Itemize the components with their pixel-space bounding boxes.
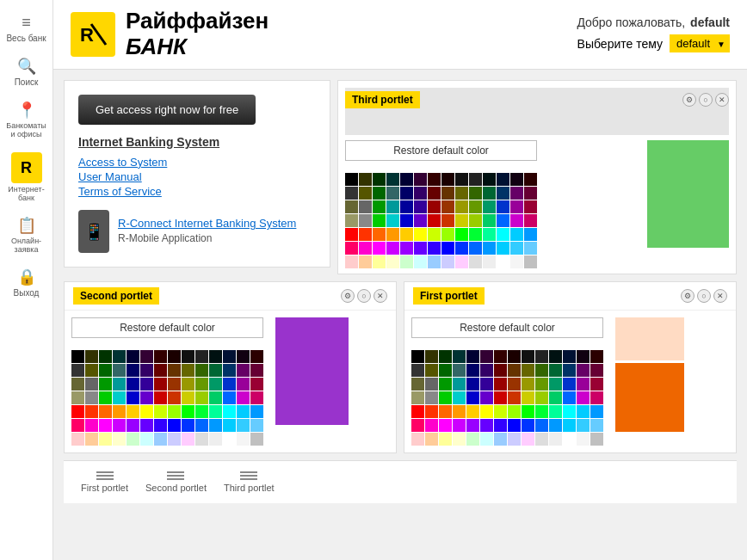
color-swatch[interactable] <box>483 214 496 227</box>
color-swatch[interactable] <box>453 364 466 377</box>
color-swatch[interactable] <box>127 419 139 432</box>
user-manual-link[interactable]: User Manual <box>78 170 316 183</box>
color-swatch[interactable] <box>113 391 126 404</box>
color-swatch[interactable] <box>237 378 250 391</box>
footer-first-portlet[interactable]: First portlet <box>81 471 128 493</box>
color-swatch[interactable] <box>535 405 548 418</box>
color-swatch[interactable] <box>414 228 427 241</box>
color-swatch[interactable] <box>154 433 167 446</box>
color-swatch[interactable] <box>428 187 441 200</box>
color-swatch[interactable] <box>345 228 358 241</box>
color-swatch[interactable] <box>359 187 372 200</box>
color-swatch[interactable] <box>182 405 194 418</box>
color-swatch[interactable] <box>508 391 521 404</box>
color-swatch[interactable] <box>455 200 468 213</box>
color-swatch[interactable] <box>400 242 413 255</box>
color-swatch[interactable] <box>182 364 194 377</box>
color-swatch[interactable] <box>85 350 98 363</box>
color-swatch[interactable] <box>469 242 482 255</box>
color-swatch[interactable] <box>563 364 576 377</box>
color-swatch[interactable] <box>497 187 509 200</box>
color-swatch[interactable] <box>195 350 208 363</box>
first-color-preview-bottom[interactable] <box>615 363 684 432</box>
color-swatch[interactable] <box>345 242 358 255</box>
theme-select-wrapper[interactable]: default dark light custom <box>670 34 730 52</box>
color-swatch[interactable] <box>508 419 521 432</box>
color-swatch[interactable] <box>113 419 126 432</box>
color-swatch[interactable] <box>400 200 413 213</box>
color-swatch[interactable] <box>590 433 603 446</box>
color-swatch[interactable] <box>127 405 139 418</box>
color-swatch[interactable] <box>480 419 493 432</box>
third-color-preview[interactable] <box>647 140 729 248</box>
color-swatch[interactable] <box>411 433 424 446</box>
color-swatch[interactable] <box>535 364 548 377</box>
color-swatch[interactable] <box>373 187 386 200</box>
color-swatch[interactable] <box>99 391 112 404</box>
color-swatch[interactable] <box>535 350 548 363</box>
color-swatch[interactable] <box>425 378 438 391</box>
color-swatch[interactable] <box>439 419 452 432</box>
color-swatch[interactable] <box>510 200 523 213</box>
color-swatch[interactable] <box>140 405 153 418</box>
color-swatch[interactable] <box>455 173 468 186</box>
sidebar-item-all-bank[interactable]: ≡ Весь банк <box>0 7 52 50</box>
color-swatch[interactable] <box>480 378 493 391</box>
color-swatch[interactable] <box>563 378 576 391</box>
color-swatch[interactable] <box>549 419 562 432</box>
color-swatch[interactable] <box>414 214 427 227</box>
color-swatch[interactable] <box>386 187 399 200</box>
color-swatch[interactable] <box>182 419 194 432</box>
color-swatch[interactable] <box>237 364 250 377</box>
color-swatch[interactable] <box>127 378 139 391</box>
color-swatch[interactable] <box>237 350 250 363</box>
color-swatch[interactable] <box>99 419 112 432</box>
color-swatch[interactable] <box>469 200 482 213</box>
color-swatch[interactable] <box>535 391 548 404</box>
second-restore-btn[interactable]: Restore default color <box>71 317 263 338</box>
theme-select[interactable]: default dark light custom <box>670 34 730 52</box>
color-swatch[interactable] <box>168 419 181 432</box>
color-swatch[interactable] <box>113 350 126 363</box>
color-swatch[interactable] <box>411 391 424 404</box>
color-swatch[interactable] <box>140 364 153 377</box>
footer-third-portlet[interactable]: Third portlet <box>224 471 275 493</box>
color-swatch[interactable] <box>497 255 509 268</box>
sidebar-item-online-app[interactable]: 📋 Онлайн-заявка <box>0 209 52 261</box>
access-system-link[interactable]: Access to System <box>78 156 316 169</box>
color-swatch[interactable] <box>577 378 590 391</box>
color-swatch[interactable] <box>510 242 523 255</box>
color-swatch[interactable] <box>439 364 452 377</box>
color-swatch[interactable] <box>508 364 521 377</box>
color-swatch[interactable] <box>453 378 466 391</box>
color-swatch[interactable] <box>209 350 222 363</box>
color-swatch[interactable] <box>250 364 263 377</box>
color-swatch[interactable] <box>127 350 139 363</box>
color-swatch[interactable] <box>425 419 438 432</box>
color-swatch[interactable] <box>359 255 372 268</box>
color-swatch[interactable] <box>71 391 84 404</box>
color-swatch[interactable] <box>524 228 537 241</box>
color-swatch[interactable] <box>386 242 399 255</box>
second-color-preview[interactable] <box>275 317 349 425</box>
color-swatch[interactable] <box>590 350 603 363</box>
color-swatch[interactable] <box>428 200 441 213</box>
color-swatch[interactable] <box>71 378 84 391</box>
color-swatch[interactable] <box>113 364 126 377</box>
color-swatch[interactable] <box>411 350 424 363</box>
sidebar-item-search[interactable]: 🔍 Поиск <box>0 50 52 94</box>
color-swatch[interactable] <box>522 419 534 432</box>
color-swatch[interactable] <box>71 433 84 446</box>
color-swatch[interactable] <box>524 173 537 186</box>
sidebar-item-atm[interactable]: 📍 Банкоматы и офисы <box>0 94 52 145</box>
color-swatch[interactable] <box>466 419 479 432</box>
color-swatch[interactable] <box>140 378 153 391</box>
color-swatch[interactable] <box>549 405 562 418</box>
second-portlet-settings[interactable]: ⚙ <box>341 289 355 303</box>
color-swatch[interactable] <box>455 187 468 200</box>
color-swatch[interactable] <box>400 255 413 268</box>
second-portlet-close[interactable]: ✕ <box>374 289 387 303</box>
color-swatch[interactable] <box>85 364 98 377</box>
color-swatch[interactable] <box>466 391 479 404</box>
color-swatch[interactable] <box>386 173 399 186</box>
